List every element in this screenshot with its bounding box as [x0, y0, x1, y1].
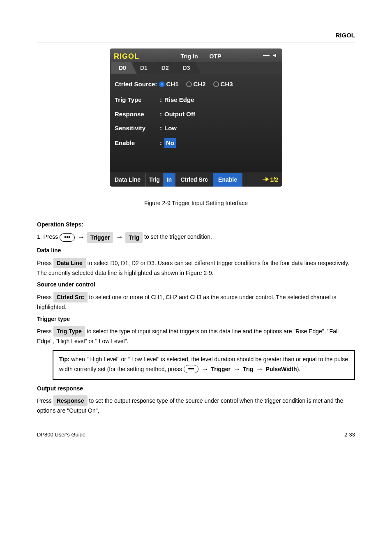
page-header: RIGOL — [37, 31, 355, 42]
tab-d3[interactable]: D3 — [175, 62, 201, 74]
softkey-trig[interactable]: Trig — [146, 173, 164, 187]
ctrled-text: Press Ctrled Src to select one or more o… — [37, 292, 355, 312]
ctrled-source-label: Ctrled Source: — [115, 80, 157, 89]
enable-label: Enable — [115, 138, 160, 148]
page-content: Operation Steps: 1. Press ••• → Trigger … — [37, 220, 355, 416]
softkey-bar: Data Line Trig In Ctrled Src Enable 1/2 — [110, 173, 282, 187]
response-heading: Output response — [37, 384, 355, 393]
trig-type-value: Rise Edge — [164, 95, 194, 105]
device-titlebar: RIGOL Trig In OTP — [110, 48, 282, 62]
arrow-icon: → — [77, 231, 85, 243]
status-trig: Trig In — [181, 52, 198, 61]
softkey-page[interactable]: 1/2 — [258, 173, 282, 187]
softkey-ctrled-src[interactable]: Ctrled Src — [175, 173, 213, 187]
radio-dot-icon — [186, 81, 192, 87]
step-after: to set the trigger condition. — [144, 234, 212, 240]
radio-dot-icon — [159, 81, 165, 87]
softkey-trig-ref: Trig — [125, 232, 143, 243]
tab-bar: D0 D1 D2 D3 — [110, 62, 282, 74]
trig-type-label: Trig Type — [115, 95, 160, 105]
tip-prefix: Tip: — [59, 356, 69, 362]
trig-type-heading: Trigger type — [37, 314, 355, 323]
link-icon — [263, 52, 270, 61]
step-1-line: 1. Press ••• → Trigger → Trig to set the… — [37, 231, 355, 243]
arrow-icon: → — [115, 231, 123, 243]
step-number: 1. — [37, 234, 42, 240]
figure-caption: Figure 2-9 Trigger Input Setting Interfa… — [37, 199, 355, 208]
brand-label: RIGOL — [336, 32, 355, 39]
radio-ch1-label: CH1 — [166, 80, 179, 89]
status-otp: OTP — [210, 52, 221, 61]
step-pre: Press — [44, 234, 58, 240]
softkey-in[interactable]: In — [164, 173, 175, 187]
data-line-text: Press Data Line to select D0, D1, D2 or … — [37, 258, 355, 278]
response-text: Press Response to set the output respons… — [37, 395, 355, 416]
radio-ch3-label: CH3 — [221, 80, 233, 89]
footer-left: DP800 User's Guide — [37, 431, 85, 439]
softkey-trigger-ref: Trigger — [87, 232, 113, 243]
arrow-right-icon — [263, 175, 269, 184]
page-footer: DP800 User's Guide 2-33 — [37, 428, 355, 439]
tip-key-trig: Trig — [243, 365, 254, 374]
device-logo: RIGOL — [114, 51, 139, 62]
sensitivity-value: Low — [164, 124, 177, 133]
radio-ch2[interactable]: CH2 — [186, 80, 206, 89]
radio-ch1[interactable]: CH1 — [159, 80, 179, 89]
footer-right: 2-33 — [344, 431, 355, 439]
ctrled-heading: Source under control — [37, 280, 355, 289]
response-value: Output Off — [164, 110, 195, 119]
softkey-data-line-ref: Data Line — [53, 258, 86, 268]
softkey-response-ref: Response — [53, 395, 88, 406]
operation-steps-heading: Operation Steps: — [37, 220, 355, 229]
ellipsis-key: ••• — [60, 233, 75, 242]
page-indicator: 1/2 — [270, 175, 278, 184]
radio-ch2-label: CH2 — [194, 80, 206, 89]
enable-value: No — [164, 138, 176, 148]
sensitivity-label: Sensitivity — [115, 124, 160, 133]
tip-box: Tip: when " High Level" or " Low Level" … — [53, 350, 355, 380]
tip-key-trigger: Trigger — [211, 365, 230, 374]
arrow-icon: → — [201, 364, 208, 375]
trig-type-text: Press Trig Type to select the type of in… — [37, 326, 355, 346]
arrow-icon: → — [233, 364, 240, 375]
radio-dot-icon — [213, 81, 219, 87]
ellipsis-key: ••• — [184, 365, 199, 373]
tip-tail: ). — [297, 365, 301, 372]
arrow-icon: → — [256, 364, 263, 375]
device-screenshot: RIGOL Trig In OTP D0 D1 D2 D3 Ctrled — [110, 48, 282, 187]
softkey-data-line[interactable]: Data Line — [110, 173, 146, 187]
data-line-heading: Data line — [37, 246, 355, 255]
sound-icon — [272, 52, 278, 61]
response-label: Response — [115, 110, 160, 119]
radio-ch3[interactable]: CH3 — [213, 80, 233, 89]
softkey-enable[interactable]: Enable — [213, 173, 242, 187]
softkey-trig-type-ref: Trig Type — [53, 326, 85, 337]
softkey-ctrled-src-ref: Ctrled Src — [53, 292, 88, 302]
device-body: Ctrled Source: CH1 CH2 CH3 Trig Type : — [110, 74, 282, 173]
tip-key-pulsewidth: PulseWidth — [266, 365, 297, 374]
